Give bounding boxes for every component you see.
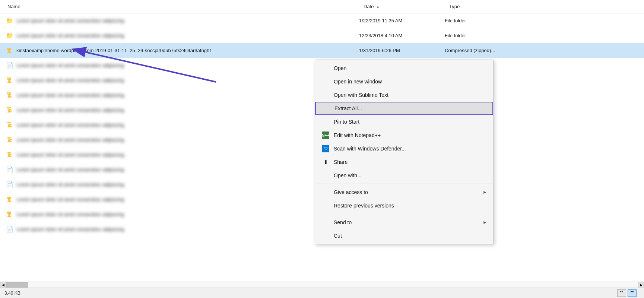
name-column-header[interactable]: Name: [6, 4, 364, 9]
ctx-item-pin-to-start[interactable]: Pin to Start: [315, 115, 493, 129]
ctx-item-extract-all[interactable]: Extract All...: [315, 102, 493, 115]
type-column-header[interactable]: Type: [449, 4, 638, 9]
ctx-item-edit-notepad[interactable]: N++Edit with Notepad++: [315, 129, 493, 142]
file-icon: 🗜: [6, 196, 13, 203]
scroll-thumb[interactable]: [6, 282, 28, 288]
ctx-label: Cut: [334, 233, 487, 239]
submenu-arrow-icon: ►: [483, 190, 487, 195]
file-name: Lorem ipsum dolor sit amet consectetur a…: [16, 92, 359, 98]
file-name: Lorem ipsum dolor sit amet consectetur a…: [16, 167, 359, 172]
ctx-label: Open with...: [334, 172, 487, 178]
file-name: Lorem ipsum dolor sit amet consectetur a…: [16, 18, 359, 23]
ctx-item-send-to[interactable]: Send to►: [315, 216, 493, 229]
file-icon: 📄: [6, 226, 13, 233]
file-type: File folder: [445, 33, 638, 38]
submenu-arrow-icon: ►: [483, 220, 487, 225]
no-icon: [321, 201, 330, 210]
file-name: Lorem ipsum dolor sit amet consectetur a…: [16, 122, 359, 128]
ctx-item-restore-versions[interactable]: Restore previous versions: [315, 199, 493, 212]
sort-arrow-icon: ∧: [377, 5, 379, 9]
file-row[interactable]: 📁 Lorem ipsum dolor sit amet consectetur…: [0, 28, 644, 43]
ctx-separator: [315, 214, 493, 214]
file-row[interactable]: 📁 Lorem ipsum dolor sit amet consectetur…: [0, 13, 644, 28]
file-icon: 📁: [6, 17, 13, 25]
file-icon: 🗜: [6, 136, 13, 144]
ctx-label: Open in new window: [334, 79, 487, 85]
ctx-label: Give access to: [334, 189, 480, 195]
file-icon: 📁: [6, 32, 13, 39]
view-icons: ☷ ☰: [617, 289, 637, 297]
file-name: Lorem ipsum dolor sit amet consectetur a…: [16, 226, 359, 232]
ctx-label: Extract All...: [334, 105, 486, 111]
ctx-label: Restore previous versions: [334, 203, 487, 209]
explorer-area: Name Date ∧ Type 📁 Lorem ipsum dolor sit…: [0, 0, 644, 298]
file-icon: 🗜: [6, 77, 13, 84]
file-name: Lorem ipsum dolor sit amet consectetur a…: [16, 212, 359, 217]
size-info: 3.40 KB: [4, 291, 617, 296]
date-column-header[interactable]: Date ∧: [364, 4, 449, 9]
ctx-label: Send to: [334, 219, 480, 225]
file-date: 1/22/2019 11:35 AM: [359, 18, 445, 23]
share-icon: ⬆: [321, 158, 330, 167]
no-icon: [321, 231, 330, 240]
file-name: Lorem ipsum dolor sit amet consectetur a…: [16, 182, 359, 187]
ctx-label: Pin to Start: [334, 119, 487, 125]
no-icon: [321, 218, 330, 227]
horizontal-scrollbar[interactable]: ◀ ▶: [0, 282, 644, 288]
file-name: Lorem ipsum dolor sit amet consectetur a…: [16, 33, 359, 38]
no-icon: [321, 188, 330, 197]
file-row[interactable]: 🗜 kinstaexamplehome.wordpress.com-2019-0…: [0, 43, 644, 58]
file-date: 1/31/2019 6:26 PM: [359, 48, 445, 53]
ctx-item-share[interactable]: ⬆Share: [315, 155, 493, 169]
no-icon: [321, 117, 330, 126]
file-date: 12/23/2018 4:10 AM: [359, 33, 445, 38]
file-type: Compressed (zipped)...: [445, 48, 638, 53]
ctx-item-open-new-window[interactable]: Open in new window: [315, 75, 493, 88]
column-headers: Name Date ∧ Type: [0, 0, 644, 13]
defender-icon: 🛡: [321, 144, 330, 153]
ctx-label: Share: [334, 159, 487, 165]
file-name: Lorem ipsum dolor sit amet consectetur a…: [16, 137, 359, 143]
file-icon: 📄: [6, 166, 13, 174]
file-name: kinstaexamplehome.wordpress.com-2019-01-…: [16, 48, 359, 53]
scroll-right-button[interactable]: ▶: [638, 282, 644, 288]
file-name: Lorem ipsum dolor sit amet consectetur a…: [16, 197, 359, 202]
notepad-icon: N++: [321, 131, 330, 140]
file-type: File folder: [445, 18, 638, 23]
ctx-item-open[interactable]: Open: [315, 61, 493, 75]
ctx-label: Scan with Windows Defender...: [334, 146, 487, 152]
no-icon: [321, 64, 330, 73]
ctx-item-open-with-sublime[interactable]: Open with Sublime Text: [315, 88, 493, 102]
ctx-item-open-with[interactable]: Open with...: [315, 169, 493, 182]
file-icon: 🗜: [6, 151, 13, 159]
file-name: Lorem ipsum dolor sit amet consectetur a…: [16, 152, 359, 158]
no-icon: [322, 104, 331, 113]
file-name: Lorem ipsum dolor sit amet consectetur a…: [16, 77, 359, 83]
scroll-track[interactable]: [6, 282, 638, 288]
file-icon: 🗜: [6, 121, 13, 129]
view-details-button[interactable]: ☷: [617, 289, 626, 297]
file-icon: 📄: [6, 62, 13, 69]
view-list-button[interactable]: ☰: [628, 289, 637, 297]
file-name: Lorem ipsum dolor sit amet consectetur a…: [16, 107, 359, 113]
no-icon: [321, 77, 330, 86]
file-icon: 📄: [6, 181, 13, 188]
file-icon: 🗜: [6, 211, 13, 218]
file-name: Lorem ipsum dolor sit amet consectetur a…: [16, 63, 359, 68]
ctx-item-give-access[interactable]: Give access to►: [315, 186, 493, 199]
status-bar: 3.40 KB ☷ ☰: [0, 288, 644, 298]
no-icon: [321, 171, 330, 180]
ctx-label: Open with Sublime Text: [334, 92, 487, 98]
ctx-separator: [315, 184, 493, 184]
no-icon: [321, 91, 330, 99]
ctx-item-scan-defender[interactable]: 🛡Scan with Windows Defender...: [315, 142, 493, 155]
scroll-left-button[interactable]: ◀: [0, 282, 6, 288]
context-menu: OpenOpen in new windowOpen with Sublime …: [315, 60, 494, 244]
ctx-item-cut[interactable]: Cut: [315, 229, 493, 242]
file-icon: 🗜: [6, 107, 13, 114]
ctx-label: Edit with Notepad++: [334, 132, 487, 138]
file-icon: 🗜: [6, 92, 13, 99]
file-icon: 🗜: [6, 47, 13, 54]
ctx-label: Open: [334, 65, 487, 71]
